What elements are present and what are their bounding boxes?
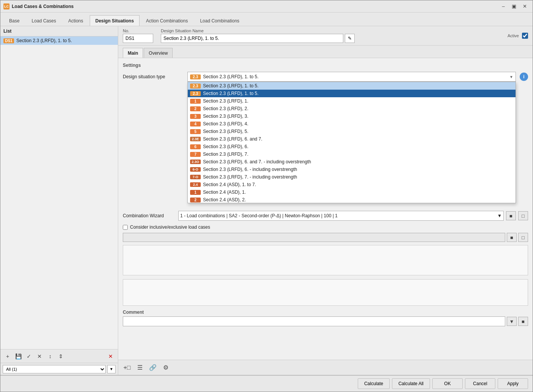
item-badge: DS1 bbox=[3, 38, 14, 43]
dropdown-item-3[interactable]: 2 Section 2.3 (LRFD), 2. bbox=[188, 105, 516, 112]
dropdown-item-12[interactable]: 7-O Section 2.3 (LRFD), 7. - including o… bbox=[188, 173, 516, 181]
inclusive-action2-button[interactable]: □ bbox=[518, 233, 528, 242]
calculate-button[interactable]: Calculate bbox=[358, 378, 390, 389]
inclusive-input-field[interactable] bbox=[123, 233, 505, 242]
dropdown-item-1[interactable]: 2.3 Section 2.3 (LRFD), 1. to 5. bbox=[188, 90, 516, 97]
design-type-row: Design situation type 2.3 Section 2.3 (L… bbox=[123, 72, 528, 82]
combo-wizard-action2-button[interactable]: □ bbox=[518, 211, 528, 220]
comment-action-button[interactable]: ■ bbox=[518, 317, 528, 326]
active-section: Active bbox=[508, 33, 528, 39]
window-title: Load Cases & Combinations bbox=[12, 4, 496, 9]
extra-area-1 bbox=[123, 245, 528, 275]
design-type-dropdown: 2.3 Section 2.3 (LRFD), 1. to 5. 2.3 Sec… bbox=[187, 82, 516, 203]
inclusive-action1-button[interactable]: ■ bbox=[507, 233, 517, 242]
name-label: Design Situation Name bbox=[161, 28, 355, 33]
dropdown-item-0[interactable]: 2.3 Section 2.3 (LRFD), 1. to 5. bbox=[188, 82, 516, 90]
apply-button[interactable]: Apply bbox=[498, 378, 528, 389]
dropdown-item-9[interactable]: 7 Section 2.3 (LRFD), 7. bbox=[188, 150, 516, 158]
name-edit-button[interactable]: ✎ bbox=[345, 34, 355, 43]
dropdown-item-5[interactable]: 4 Section 2.3 (LRFD), 4. bbox=[188, 120, 516, 128]
action-bar: Calculate Calculate All OK Cancel Apply bbox=[0, 375, 533, 392]
bottom-settings-button[interactable]: ⚙ bbox=[160, 362, 171, 373]
bottom-add-button[interactable]: +□ bbox=[121, 362, 133, 373]
cancel-button[interactable]: Cancel bbox=[465, 378, 495, 389]
combo-wizard-row: Combination Wizard 1 - Load combinations… bbox=[123, 211, 528, 221]
calculate-all-button[interactable]: Calculate All bbox=[392, 378, 430, 389]
comment-section: Comment ▼ ■ bbox=[123, 310, 528, 326]
add-item-button[interactable]: + bbox=[3, 352, 13, 361]
no-input[interactable] bbox=[123, 34, 153, 43]
combo-wizard-value: 1 - Load combinations | SA2 - Second-ord… bbox=[180, 213, 497, 218]
comment-label: Comment bbox=[123, 310, 528, 315]
main-content: List DS1 Section 2.3 (LRFD), 1. to 5. + … bbox=[0, 26, 533, 375]
active-label: Active bbox=[508, 33, 519, 38]
design-type-trigger[interactable]: 2.3 Section 2.3 (LRFD), 1. to 5. ▼ bbox=[187, 72, 516, 82]
close-button[interactable]: ✕ bbox=[520, 2, 530, 11]
inclusive-label: Consider inclusive/exclusive load cases bbox=[130, 224, 210, 230]
selected-badge: 2.3 bbox=[190, 74, 201, 79]
bottom-toolbar: +□ ☰ 🔗 ⚙ bbox=[118, 360, 533, 375]
tab-load-combinations[interactable]: Load Combinations bbox=[194, 15, 245, 26]
no-field-group: No. bbox=[123, 28, 153, 43]
comment-dropdown-button[interactable]: ▼ bbox=[507, 317, 517, 326]
name-input[interactable] bbox=[161, 34, 343, 43]
check-button[interactable]: ✓ bbox=[24, 352, 34, 361]
dropdown-item-7[interactable]: 2.3E Section 2.3 (LRFD), 6. and 7. bbox=[188, 135, 516, 143]
bottom-list-button[interactable]: ☰ bbox=[134, 362, 146, 373]
move-up-button[interactable]: ↕ bbox=[45, 352, 55, 361]
dropdown-arrow-icon: ▼ bbox=[509, 75, 513, 79]
tab-main[interactable]: Main bbox=[123, 48, 143, 58]
list-container: DS1 Section 2.3 (LRFD), 1. to 5. bbox=[0, 36, 118, 349]
list-header: List bbox=[0, 26, 118, 36]
dropdown-item-8[interactable]: 6 Section 2.3 (LRFD), 6. bbox=[188, 143, 516, 150]
form-header: No. Design Situation Name ✎ Active bbox=[118, 26, 533, 46]
tab-overview[interactable]: Overview bbox=[144, 48, 173, 58]
minimize-button[interactable]: – bbox=[498, 2, 508, 11]
combo-wizard-label: Combination Wizard bbox=[123, 213, 176, 218]
main-window: LC Load Cases & Combinations – ▣ ✕ Base … bbox=[0, 0, 533, 392]
tab-base[interactable]: Base bbox=[3, 15, 25, 26]
extra-area-2 bbox=[123, 279, 528, 306]
dropdown-item-14[interactable]: 1 Section 2.4 (ASD), 1. bbox=[188, 188, 516, 196]
comment-row: ▼ ■ bbox=[123, 316, 528, 326]
bottom-link-button[interactable]: 🔗 bbox=[147, 362, 159, 373]
dropdown-item-10[interactable]: 2.3O Section 2.3 (LRFD), 6. and 7. - inc… bbox=[188, 158, 516, 166]
no-label: No. bbox=[123, 28, 153, 33]
delete-button[interactable]: ✕ bbox=[106, 352, 116, 361]
dropdown-item-13[interactable]: 2.4 Section 2.4 (ASD), 1. to 7. bbox=[188, 181, 516, 188]
title-bar: LC Load Cases & Combinations – ▣ ✕ bbox=[0, 0, 533, 13]
tab-design-situations[interactable]: Design Situations bbox=[90, 15, 140, 26]
dropdown-item-15[interactable]: 2 Section 2.4 (ASD), 2. bbox=[188, 196, 516, 203]
filter-dropdown-button[interactable]: ▼ bbox=[107, 365, 116, 373]
design-type-dropdown-area: 2.3 Section 2.3 (LRFD), 1. to 5. ▼ 2.3 S… bbox=[187, 72, 516, 82]
dropdown-item-2[interactable]: 1 Section 2.3 (LRFD), 1. bbox=[188, 97, 516, 105]
design-type-label: Design situation type bbox=[123, 74, 184, 79]
filter-row: All (1) ▼ bbox=[0, 363, 118, 375]
selected-type-text: Section 2.3 (LRFD), 1. to 5. bbox=[203, 74, 509, 79]
maximize-button[interactable]: ▣ bbox=[509, 2, 519, 11]
dropdown-item-4[interactable]: 3 Section 2.3 (LRFD), 3. bbox=[188, 112, 516, 120]
save-button[interactable]: 💾 bbox=[13, 352, 23, 361]
tab-action-combinations[interactable]: Action Combinations bbox=[140, 15, 194, 26]
inner-tabs-row: Main Overview bbox=[118, 46, 533, 58]
left-panel: List DS1 Section 2.3 (LRFD), 1. to 5. + … bbox=[0, 26, 118, 375]
dropdown-item-6[interactable]: 5 Section 2.3 (LRFD), 5. bbox=[188, 128, 516, 135]
comment-input[interactable] bbox=[123, 316, 505, 326]
list-item[interactable]: DS1 Section 2.3 (LRFD), 1. to 5. bbox=[0, 36, 118, 45]
combo-wizard-select[interactable]: 1 - Load combinations | SA2 - Second-ord… bbox=[178, 211, 504, 221]
dropdown-item-11[interactable]: 6-O Section 2.3 (LRFD), 6. - including o… bbox=[188, 166, 516, 173]
settings-title: Settings bbox=[123, 63, 528, 68]
left-toolbar: + 💾 ✓ ✕ ↕ ⇕ ✕ bbox=[0, 349, 118, 363]
combo-wizard-action1-button[interactable]: ■ bbox=[506, 211, 516, 220]
app-icon: LC bbox=[3, 3, 10, 9]
form-body: Settings Design situation type 2.3 Secti… bbox=[118, 58, 533, 360]
uncheck-button[interactable]: ✕ bbox=[35, 352, 44, 361]
filter-select[interactable]: All (1) bbox=[3, 365, 106, 373]
inclusive-checkbox[interactable] bbox=[123, 225, 128, 230]
ok-button[interactable]: OK bbox=[432, 378, 463, 389]
tab-load-cases[interactable]: Load Cases bbox=[26, 15, 62, 26]
info-button[interactable]: i bbox=[520, 73, 528, 81]
tab-actions[interactable]: Actions bbox=[62, 15, 89, 26]
active-checkbox[interactable] bbox=[522, 33, 528, 39]
sort-button[interactable]: ⇕ bbox=[56, 352, 66, 361]
